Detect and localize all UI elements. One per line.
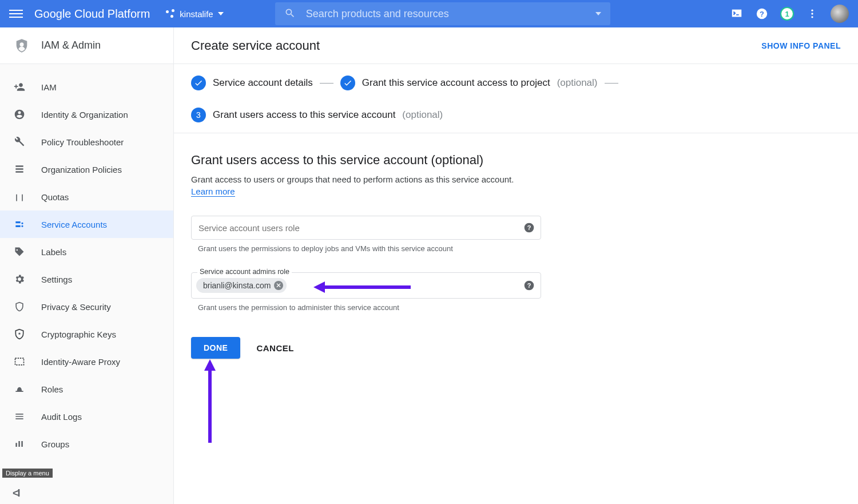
sidebar-item-label: Settings	[41, 275, 72, 284]
sidebar-item-label: Privacy & Security	[41, 302, 111, 312]
shield-outline-icon	[14, 301, 25, 312]
search-caret-icon[interactable]	[595, 12, 601, 15]
done-button[interactable]: DONE	[191, 337, 240, 359]
wrench-icon	[14, 136, 25, 148]
lines-icon	[14, 411, 25, 422]
tag-icon	[14, 246, 25, 257]
admins-role-label: Service account admins role	[197, 268, 292, 276]
svg-point-5	[20, 42, 24, 46]
caret-down-icon	[218, 12, 224, 15]
sidebar-item-label: Identity-Aware Proxy	[41, 357, 120, 367]
sidebar-item-groups[interactable]: Groups	[0, 430, 173, 458]
sidebar-item-label: Cryptographic Keys	[41, 330, 116, 339]
step-3-label: Grant users access to this service accou…	[213, 109, 395, 121]
sidebar-item-roles[interactable]: Roles	[0, 375, 173, 403]
sidebar-item-labels[interactable]: Labels	[0, 238, 173, 265]
sidebar-title: IAM & Admin	[41, 39, 101, 51]
sidebar-item-cryptographic-keys[interactable]: Cryptographic Keys	[0, 320, 173, 348]
sidebar-item-label: Quotas	[41, 192, 69, 202]
chip-text: brianli@kinsta.com	[203, 281, 271, 290]
collapse-sidebar-icon[interactable]: <I	[6, 487, 168, 499]
sidebar-item-organization-policies[interactable]: Organization Policies	[0, 156, 173, 183]
svg-point-3	[811, 13, 813, 14]
svg-text:?: ?	[527, 224, 531, 231]
svg-text:?: ?	[760, 10, 764, 18]
policy-list-icon	[14, 164, 25, 175]
admins-role-helper: Grant users the permission to administer…	[191, 303, 717, 312]
sidebar-item-quotas[interactable]: Quotas	[0, 183, 173, 211]
cloud-shell-icon[interactable]	[730, 7, 744, 21]
svg-point-4	[811, 16, 813, 18]
users-role-helper: Grant users the permissions to deploy jo…	[191, 244, 717, 253]
search-input[interactable]	[306, 8, 581, 20]
svg-rect-7	[15, 358, 24, 365]
help-icon[interactable]: ?	[755, 7, 769, 21]
step-2-label: Grant this service account access to pro…	[362, 77, 550, 89]
sidebar-item-service-accounts[interactable]: Service Accounts	[0, 211, 173, 238]
step-3-optional: (optional)	[402, 109, 443, 121]
step-3-number: 3	[191, 108, 206, 122]
hat-icon	[14, 383, 25, 395]
notification-badge[interactable]: 1	[780, 7, 794, 21]
account-circle-icon	[14, 109, 25, 120]
sidebar-item-label: Identity & Organization	[41, 110, 128, 120]
project-picker[interactable]: kinstalife	[166, 9, 223, 19]
sidebar-header: IAM & Admin	[0, 27, 173, 64]
sidebar-item-iam[interactable]: IAM	[0, 73, 173, 101]
admins-role-field[interactable]: Service account admins role brianli@kins…	[191, 272, 541, 299]
search-box[interactable]	[275, 2, 610, 25]
step-2[interactable]: Grant this service account access to pro…	[340, 76, 598, 90]
step-separator	[605, 83, 618, 84]
stepper: Service account details Grant this servi…	[174, 64, 858, 133]
step-2-optional: (optional)	[557, 77, 598, 89]
sidebar-item-privacy-security[interactable]: Privacy & Security	[0, 293, 173, 320]
sidebar-item-identity-organization[interactable]: Identity & Organization	[0, 101, 173, 128]
page-title: Create service account	[191, 38, 320, 53]
step-3[interactable]: 3 Grant users access to this service acc…	[191, 108, 443, 122]
check-icon	[191, 76, 206, 90]
cancel-button[interactable]: CANCEL	[256, 343, 294, 353]
sidebar-item-label: Organization Policies	[41, 165, 122, 174]
remove-chip-icon[interactable]: ✕	[274, 281, 283, 290]
more-vert-icon[interactable]	[805, 7, 819, 21]
check-icon	[340, 76, 355, 90]
sidebar-item-label: Service Accounts	[41, 220, 107, 229]
person-add-icon	[14, 81, 25, 93]
search-icon	[284, 7, 296, 21]
learn-more-link[interactable]: Learn more	[191, 186, 235, 197]
sidebar-item-identity-aware-proxy[interactable]: Identity-Aware Proxy	[0, 348, 173, 375]
help-icon[interactable]: ?	[523, 222, 535, 233]
sidebar-item-label: Groups	[41, 439, 69, 449]
service-account-icon	[14, 219, 25, 230]
svg-text:?: ?	[527, 282, 531, 289]
users-role-input[interactable]	[198, 223, 515, 233]
sidebar-item-label: Audit Logs	[41, 412, 82, 422]
sidebar-item-label: IAM	[41, 82, 57, 92]
section-title: Grant users access to this service accou…	[191, 153, 717, 168]
sidebar-item-label: Labels	[41, 247, 66, 257]
sidebar-item-policy-troubleshooter[interactable]: Policy Troubleshooter	[0, 128, 173, 156]
gear-icon	[14, 273, 25, 285]
sidebar-item-label: Policy Troubleshooter	[41, 137, 124, 147]
project-icon	[166, 9, 175, 18]
iap-icon	[14, 356, 25, 367]
sidebar-item-label: Roles	[41, 384, 63, 394]
show-info-panel-button[interactable]: SHOW INFO PANEL	[761, 41, 841, 50]
iam-shield-icon	[14, 38, 30, 54]
step-1[interactable]: Service account details	[191, 76, 313, 90]
sidebar-item-audit-logs[interactable]: Audit Logs	[0, 403, 173, 430]
admin-email-chip[interactable]: brianli@kinsta.com ✕	[196, 278, 287, 293]
step-separator	[320, 83, 333, 84]
svg-point-6	[18, 333, 20, 335]
product-name: Google Cloud Platform	[34, 7, 150, 21]
project-name: kinstalife	[180, 9, 213, 19]
avatar[interactable]	[831, 5, 849, 23]
hamburger-menu[interactable]	[9, 7, 23, 21]
quota-icon	[14, 191, 25, 203]
display-menu-tooltip: Display a menu	[2, 469, 53, 478]
users-role-field[interactable]: ?	[191, 216, 541, 240]
help-icon[interactable]: ?	[523, 280, 535, 291]
step-1-label: Service account details	[213, 77, 313, 89]
bars-icon	[14, 438, 25, 450]
sidebar-item-settings[interactable]: Settings	[0, 265, 173, 293]
